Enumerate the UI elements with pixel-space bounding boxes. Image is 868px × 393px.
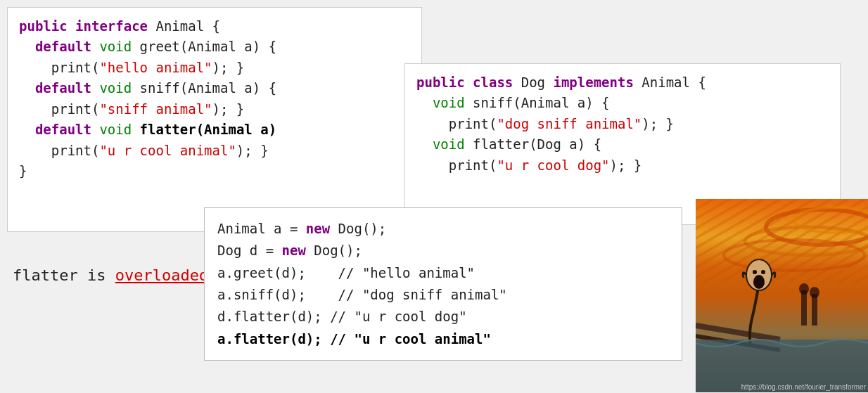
watermark-text: https://blog.csdn.net/fourier_transforme… [741, 383, 866, 391]
interface-animal-box: public interface Animal { default void g… [7, 7, 422, 232]
svg-point-7 [753, 275, 765, 289]
svg-point-8 [753, 270, 757, 274]
svg-rect-10 [801, 290, 807, 326]
main-code-box: Animal a = new Dog(); Dog d = new Dog();… [204, 207, 682, 361]
scream-painting: https://blog.csdn.net/fourier_transforme… [696, 199, 868, 392]
svg-point-13 [810, 287, 819, 298]
svg-point-11 [799, 283, 809, 295]
svg-rect-12 [812, 294, 817, 326]
svg-point-9 [761, 270, 765, 274]
